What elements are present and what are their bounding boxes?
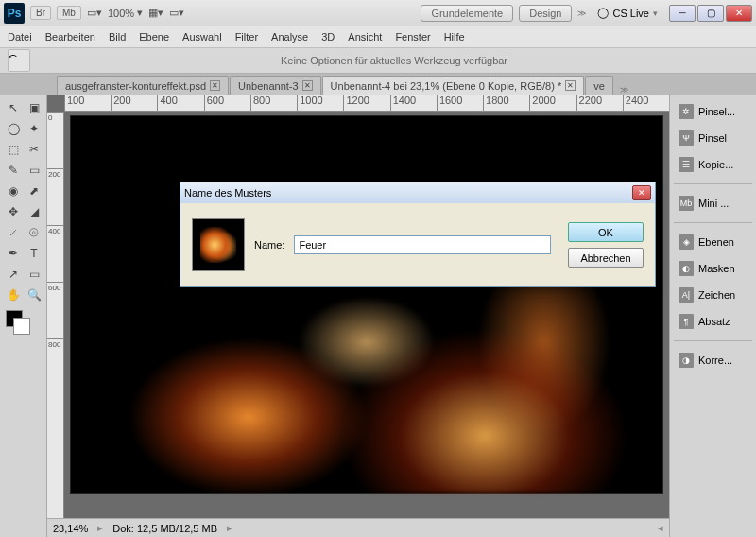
menu-analyse[interactable]: Analyse: [271, 31, 308, 43]
tool-7[interactable]: ▭: [25, 161, 43, 180]
extras-select[interactable]: ▭▾: [169, 7, 184, 19]
brush-presets-icon: ✲: [679, 104, 694, 119]
adjustments-icon: ◑: [679, 353, 694, 368]
tool-13[interactable]: ⦾: [25, 223, 43, 242]
workspace-grundelemente[interactable]: Grundelemente: [421, 5, 513, 22]
cancel-button[interactable]: Abbrechen: [568, 248, 644, 268]
tool-15[interactable]: T: [25, 244, 43, 263]
panels-dock: ✲Pinsel...ΨPinsel☰Kopie...MbMini ...◈Ebe…: [669, 95, 756, 537]
doc-tab[interactable]: ausgefranster-kontureffekt.psd✕: [57, 76, 229, 95]
window-minimize[interactable]: ─: [669, 5, 696, 22]
panel-label: Kopie...: [698, 159, 733, 170]
menu-auswahl[interactable]: Auswahl: [182, 31, 222, 43]
menu-ansicht[interactable]: Ansicht: [348, 31, 382, 43]
status-docsize: Dok: 12,5 MB/12,5 MB: [112, 523, 217, 534]
panel-minibridge[interactable]: MbMini ...: [674, 192, 752, 215]
panel-layers[interactable]: ◈Ebenen: [674, 231, 752, 253]
tabs-overflow-icon[interactable]: ≫: [620, 85, 628, 95]
panel-brush[interactable]: ΨPinsel: [674, 127, 752, 149]
doc-tab[interactable]: ve: [585, 76, 613, 95]
menu-hilfe[interactable]: Hilfe: [444, 31, 465, 43]
screen-mode-select[interactable]: ▭▾: [87, 7, 102, 19]
tool-17[interactable]: ▭: [25, 265, 43, 284]
menu-fenster[interactable]: Fenster: [395, 31, 430, 43]
layers-icon: ◈: [679, 234, 694, 250]
tool-14[interactable]: ✒: [4, 244, 23, 263]
tool-9[interactable]: ⬈: [25, 182, 43, 200]
status-bar: 23,14% ▸ Dok: 12,5 MB/12,5 MB ▸ ◂: [47, 518, 669, 537]
tool-19[interactable]: 🔍: [25, 286, 43, 304]
tool-11[interactable]: ◢: [25, 202, 43, 221]
tool-6[interactable]: ✎: [4, 161, 23, 180]
options-bar: ⤺ Keine Optionen für aktuelles Werkzeug …: [0, 47, 756, 74]
menu-bearbeiten[interactable]: Bearbeiten: [45, 31, 95, 43]
cslive-icon: ◯: [597, 7, 609, 19]
clone-icon: ☰: [679, 157, 694, 172]
panel-label: Mini ...: [698, 198, 729, 209]
window-maximize[interactable]: ▢: [697, 5, 724, 22]
tool-0[interactable]: ↖: [4, 98, 23, 117]
panel-label: Korre...: [698, 355, 732, 366]
tool-12[interactable]: ⟋: [4, 223, 23, 242]
tool-1[interactable]: ▣: [25, 98, 43, 117]
close-icon[interactable]: ✕: [565, 80, 576, 91]
tool-5[interactable]: ✂: [25, 140, 43, 159]
status-zoom[interactable]: 23,14%: [53, 523, 88, 534]
menu-bild[interactable]: Bild: [109, 31, 126, 43]
doc-tab[interactable]: Unbenannt-4 bei 23,1% (Ebene 0 Kopie, RG…: [322, 76, 585, 95]
ok-button[interactable]: OK: [568, 222, 644, 242]
character-icon: A|: [679, 287, 694, 303]
window-close[interactable]: ✕: [726, 5, 752, 22]
menu-3d[interactable]: 3D: [321, 31, 335, 43]
panel-paragraph[interactable]: ¶Absatz: [674, 310, 752, 333]
background-swatch[interactable]: [13, 318, 30, 335]
tool-3[interactable]: ✦: [25, 119, 43, 138]
menu-datei[interactable]: Datei: [8, 31, 32, 43]
panel-label: Absatz: [698, 316, 730, 327]
tool-4[interactable]: ⬚: [4, 140, 23, 159]
dialog-titlebar[interactable]: Name des Musters ✕: [180, 182, 655, 203]
panel-brush-presets[interactable]: ✲Pinsel...: [674, 100, 752, 123]
dialog-title: Name des Musters: [184, 187, 271, 199]
workspace-design[interactable]: Design: [519, 5, 572, 22]
panel-masks[interactable]: ◐Masken: [674, 257, 752, 280]
doc-tab[interactable]: Unbenannt-3✕: [230, 76, 321, 95]
document-canvas[interactable]: [70, 115, 663, 494]
pattern-thumbnail: [192, 218, 245, 271]
panel-label: Pinsel: [698, 132, 727, 144]
panel-adjustments[interactable]: ◑Korre...: [674, 349, 752, 372]
tool-2[interactable]: ◯: [4, 119, 23, 138]
workspace-more-icon[interactable]: ≫: [577, 9, 586, 18]
ruler-horizontal: 1002004006008001000120014001600180020002…: [64, 95, 669, 112]
panel-label: Ebenen: [698, 236, 734, 248]
menubar: Datei Bearbeiten Bild Ebene Auswahl Filt…: [0, 26, 756, 47]
current-tool-icon[interactable]: ⤺: [8, 49, 30, 72]
toolbox: ↖▣◯✦⬚✂✎▭◉⬈✥◢⟋⦾✒T↗▭✋🔍: [0, 95, 47, 537]
dialog-close-button[interactable]: ✕: [632, 185, 651, 200]
brush-icon: Ψ: [679, 130, 694, 146]
close-icon[interactable]: ✕: [210, 80, 220, 91]
panel-clone[interactable]: ☰Kopie...: [674, 153, 752, 176]
options-message: Keine Optionen für aktuelles Werkzeug ve…: [40, 55, 748, 66]
tool-16[interactable]: ↗: [4, 265, 23, 284]
minibridge-btn[interactable]: Mb: [57, 6, 81, 20]
canvas-image-fire: [71, 116, 662, 493]
paragraph-icon: ¶: [679, 314, 694, 329]
menu-filter[interactable]: Filter: [235, 31, 258, 43]
tool-10[interactable]: ✥: [4, 202, 23, 221]
close-icon[interactable]: ✕: [302, 80, 313, 91]
masks-icon: ◐: [679, 261, 694, 276]
panel-label: Zeichen: [698, 289, 735, 301]
panel-label: Masken: [698, 263, 735, 274]
name-label: Name:: [254, 239, 284, 251]
menu-ebene[interactable]: Ebene: [139, 31, 169, 43]
tool-8[interactable]: ◉: [4, 182, 23, 200]
tool-18[interactable]: ✋: [4, 286, 23, 304]
cslive-label[interactable]: CS Live: [612, 8, 649, 19]
minibridge-icon: Mb: [679, 196, 694, 211]
panel-character[interactable]: A|Zeichen: [674, 284, 752, 306]
zoom-level[interactable]: 100% ▾: [108, 7, 143, 19]
arrange-select[interactable]: ▦▾: [148, 7, 163, 19]
bridge-btn[interactable]: Br: [30, 6, 51, 20]
pattern-name-input[interactable]: [294, 235, 551, 254]
